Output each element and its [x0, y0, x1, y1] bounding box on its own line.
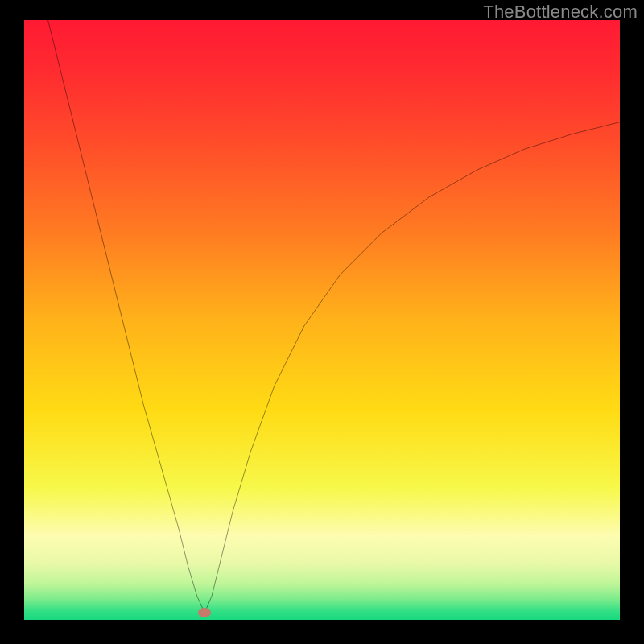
- bottleneck-curve: [24, 20, 620, 620]
- chart-frame: TheBottleneck.com: [0, 0, 644, 644]
- plot-area: [24, 20, 620, 620]
- watermark-text: TheBottleneck.com: [483, 2, 638, 23]
- optimum-marker: [198, 608, 211, 617]
